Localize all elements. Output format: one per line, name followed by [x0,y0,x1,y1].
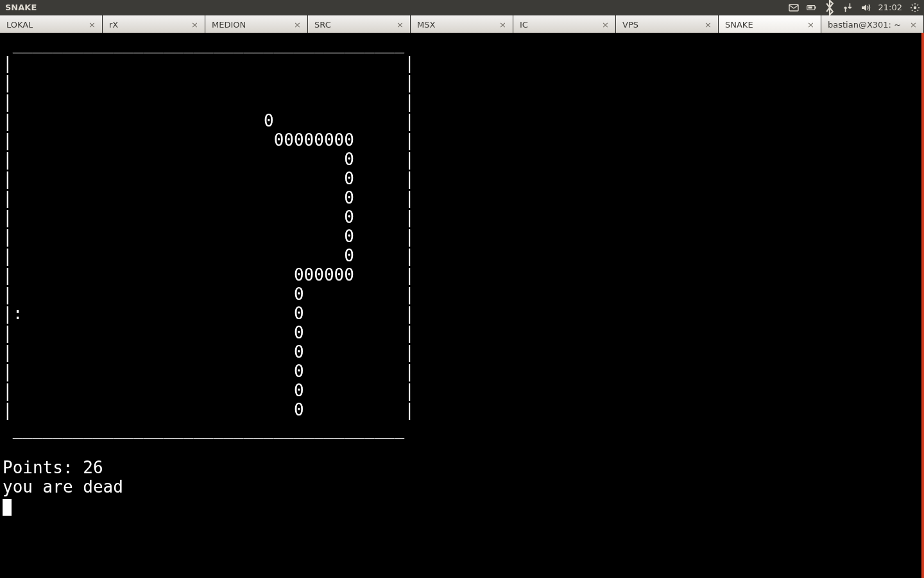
clock[interactable]: 21:02 [878,3,902,12]
tab-label: VPS [622,20,638,30]
tab-medion[interactable]: MEDION× [205,15,308,33]
tab-label: bastian@X301: ~ [828,20,901,30]
tab-label: SRC [314,20,331,30]
menubar: SNAKE 21:02 [0,0,924,15]
tab-close-icon[interactable]: × [190,20,200,30]
tab-close-icon[interactable]: × [806,20,816,30]
tab-vps[interactable]: VPS× [616,15,719,33]
right-edge-indicator [921,33,924,578]
tab-label: rX [109,20,118,30]
tab-bastian-x301-[interactable]: bastian@X301: ~× [821,15,924,33]
tab-close-icon[interactable]: × [87,20,97,30]
mail-icon[interactable] [789,3,799,13]
bluetooth-icon[interactable] [825,3,835,13]
svg-point-4 [914,6,916,8]
tab-label: MEDION [212,20,246,30]
network-icon[interactable] [843,3,853,13]
tab-label: SNAKE [725,20,753,30]
tab-msx[interactable]: MSX× [411,15,513,33]
terminal[interactable]: _______________________________________ … [0,33,924,578]
battery-icon[interactable] [807,3,817,13]
terminal-cursor [3,499,12,516]
session-gear-icon[interactable] [910,3,920,13]
system-tray: 21:02 [789,0,920,15]
tab-label: IC [520,20,528,30]
tab-label: LOKAL [6,20,33,30]
tab-close-icon[interactable]: × [395,20,405,30]
tab-ic[interactable]: IC× [513,15,616,33]
tab-src[interactable]: SRC× [308,15,411,33]
tab-close-icon[interactable]: × [909,20,918,30]
svg-rect-2 [815,6,816,8]
tab-close-icon[interactable]: × [293,20,302,30]
svg-rect-0 [789,4,798,11]
tab-lokal[interactable]: LOKAL× [0,15,103,33]
tab-rx[interactable]: rX× [103,15,205,33]
tab-bar: LOKAL×rX×MEDION×SRC×MSX×IC×VPS×SNAKE×bas… [0,15,924,33]
tab-snake[interactable]: SNAKE× [719,15,821,33]
volume-icon[interactable] [860,3,871,13]
svg-rect-3 [808,6,812,8]
tab-close-icon[interactable]: × [601,20,610,30]
tab-close-icon[interactable]: × [498,20,508,30]
tab-label: MSX [417,20,435,30]
window-title: SNAKE [0,3,42,12]
tab-close-icon[interactable]: × [703,20,713,30]
